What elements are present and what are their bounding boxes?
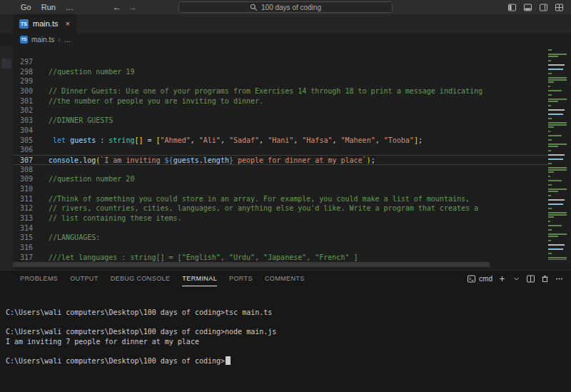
line-text: //Think of something you could store in … [33,194,470,204]
panel-actions: cmd [467,274,564,283]
code-line[interactable]: 297 [13,57,548,67]
code-line[interactable]: 299 [13,76,548,86]
editor: 297298//question number 19299300// Dinne… [0,46,571,270]
minimap[interactable] [548,47,568,260]
line-number[interactable]: 307 [13,156,33,164]
code-line[interactable]: 311//Think of something you could store … [13,194,548,204]
code-line[interactable]: 304 [13,126,548,136]
line-text [33,223,49,233]
code-line[interactable]: 310 [13,184,548,194]
terminal-icon [467,274,476,283]
back-icon[interactable]: ← [113,2,121,12]
line-number[interactable]: 300 [13,86,33,96]
panel-tab-problems[interactable]: PROBLEMS [20,271,58,286]
line-number[interactable]: 301 [13,96,33,106]
breadcrumb-more[interactable]: … [64,36,71,44]
panel-tab-debug-console[interactable]: DEBUG CONSOLE [111,271,171,286]
terminal-cursor [226,356,231,365]
line-text: let guests : string[] = ["Ahmed", "Ali",… [33,136,423,146]
code-lines[interactable]: 297298//question number 19299300// Dinne… [13,46,548,270]
code-line[interactable]: 303//DINNER GUESTS [13,116,548,126]
code-line[interactable]: 306 [13,145,548,155]
panel-tab-comments[interactable]: COMMENTS [265,271,305,286]
toggle-secondary-sidebar-icon[interactable] [539,3,548,12]
line-number[interactable]: 315 [13,233,33,243]
forward-icon[interactable]: → [128,2,137,12]
line-number[interactable]: 302 [13,106,33,116]
menu-item-more[interactable]: … [61,3,79,11]
line-number[interactable]: 316 [13,243,33,253]
line-text [33,57,49,67]
line-number[interactable]: 303 [13,116,33,126]
line-text: // Dinner Guests: Use one of your progra… [33,86,482,96]
panel-tab-output[interactable]: OUTPUT [70,271,98,286]
code-line[interactable]: 314 [13,223,548,233]
line-number[interactable]: 305 [13,136,33,146]
split-terminal-icon[interactable] [526,274,535,283]
code-line[interactable]: 301//the number of people you are inviti… [13,96,548,106]
launch-profile-chevron-icon[interactable] [512,274,521,283]
terminal-line: C:\Users\wali computers\Desktop\100 days… [6,356,571,366]
code-line[interactable]: 312// rivers, countries, cities, languag… [13,203,548,213]
line-text: console.log(`I am inviting ${guests.leng… [33,156,375,164]
line-number[interactable]: 313 [13,213,33,223]
code-line[interactable]: 300// Dinner Guests: Use one of your pro… [13,86,548,96]
titlebar: GoRun… ← → 100 days of coding [0,0,571,14]
code-line[interactable]: 308 [13,165,548,175]
menu-item-go[interactable]: Go [16,3,36,11]
shell-selector[interactable]: cmd [467,274,492,283]
line-number[interactable]: 317 [13,253,33,263]
terminal-line: C:\Users\wali computers\Desktop\100 days… [6,327,571,337]
line-text: // rivers, countries, cities, languages,… [33,203,478,213]
line-number[interactable]: 309 [13,174,33,184]
line-text: //DINNER GUESTS [33,116,113,126]
tab-main-ts[interactable]: TS main.ts × [13,14,76,33]
kill-terminal-trash-icon[interactable] [540,274,550,283]
code-line[interactable]: 317///let languages : string[] = ["Engli… [13,253,548,263]
typescript-file-icon: TS [19,19,29,29]
breadcrumb-file[interactable]: main.ts [31,36,54,44]
line-number[interactable]: 298 [13,67,33,77]
code-line[interactable]: 309//question number 20 [13,174,548,184]
line-number[interactable]: 297 [13,57,33,67]
line-number[interactable]: 299 [13,76,33,86]
activity-strip [0,46,13,270]
command-center-search[interactable]: 100 days of coding [178,1,393,13]
panel-tab-ports[interactable]: PORTS [229,271,253,286]
horizontal-scrollbar[interactable] [13,262,490,267]
code-line[interactable]: 298//question number 19 [13,67,548,77]
terminal-output[interactable]: C:\Users\wali computers\Desktop\100 days… [0,286,571,392]
line-text [33,243,49,253]
code-line[interactable]: 305 let guests : string[] = ["Ahmed", "A… [13,136,548,146]
line-number[interactable]: 312 [13,203,33,213]
line-number[interactable]: 304 [13,126,33,136]
toggle-primary-sidebar-icon[interactable] [507,3,517,12]
panel-tabs: PROBLEMSOUTPUTDEBUG CONSOLETERMINALPORTS… [20,271,317,286]
line-text [33,76,49,86]
line-number[interactable]: 310 [13,184,33,194]
code-line[interactable]: 316 [13,243,548,253]
code-line[interactable]: 313// list containing these items. [13,213,548,223]
code-line[interactable]: 302 [13,106,548,116]
close-tab-icon[interactable]: × [65,19,69,28]
line-text [33,165,49,175]
menu-item-run[interactable]: Run [36,3,61,11]
layout-controls [507,0,564,14]
more-actions-icon[interactable] [555,274,564,283]
customize-layout-icon[interactable] [555,3,564,12]
line-text: //question number 20 [33,174,134,184]
code-line[interactable]: 307console.log(`I am inviting ${guests.l… [13,155,548,165]
panel-tab-terminal[interactable]: TERMINAL [182,271,217,286]
line-text [33,106,49,116]
chevron-right-icon: › [58,36,60,44]
line-number[interactable]: 306 [13,145,33,155]
line-number[interactable]: 311 [13,194,33,204]
toggle-panel-icon[interactable] [523,3,532,12]
line-text: ///let languages : string[] = ["English"… [33,253,358,263]
line-number[interactable]: 314 [13,223,33,233]
line-text: // list containing these items. [33,213,182,223]
search-text: 100 days of coding [261,4,321,11]
code-line[interactable]: 315//LANGUAGES: [13,233,548,243]
line-number[interactable]: 308 [13,165,33,175]
new-terminal-icon[interactable] [497,274,507,283]
